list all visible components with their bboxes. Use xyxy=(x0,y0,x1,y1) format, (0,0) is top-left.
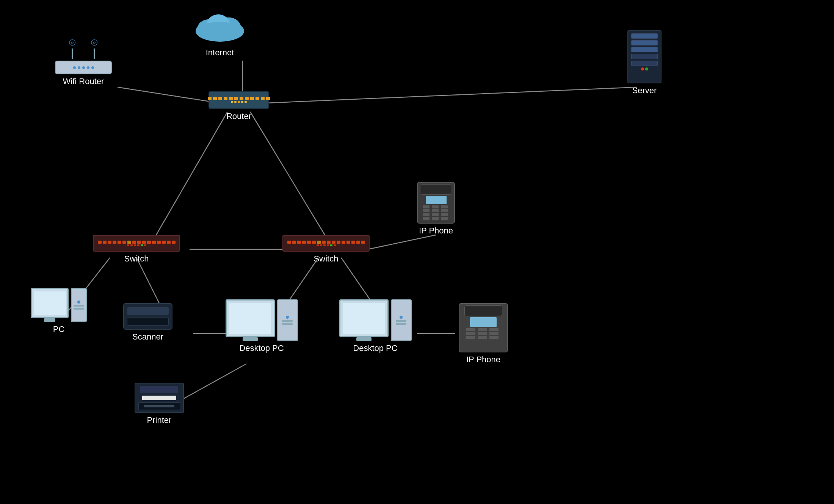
router-node: Router xyxy=(201,91,277,121)
switch1-label: Switch xyxy=(124,254,149,264)
ip-phone1-node: IP Phone xyxy=(402,182,470,236)
wifi-router-device: ⦾ ⦾ xyxy=(55,38,112,74)
pc-label: PC xyxy=(53,324,65,334)
server-label: Server xyxy=(632,86,657,95)
wifi-router-node: ⦾ ⦾ Wifi Router xyxy=(49,38,118,86)
server-device xyxy=(627,30,662,83)
internet-label: Internet xyxy=(206,48,234,58)
switch2-device xyxy=(282,235,370,252)
wifi-wave-icon-2: ⦾ xyxy=(91,38,98,48)
ip-phone2-node: IP Phone xyxy=(447,303,519,365)
server-node: Server xyxy=(614,30,675,95)
cloud-icon xyxy=(190,8,250,45)
pc-tower xyxy=(71,288,87,322)
switch2-label: Switch xyxy=(314,254,339,264)
printer-device xyxy=(135,383,184,413)
scanner-node: Scanner xyxy=(114,303,182,342)
svg-point-18 xyxy=(196,22,244,40)
ip-phone1-label: IP Phone xyxy=(419,226,453,236)
ip-phone2-device xyxy=(459,303,508,352)
switch1-node: Switch xyxy=(83,235,190,264)
wifi-router-label: Wifi Router xyxy=(63,77,104,86)
scanner-device xyxy=(123,303,172,330)
ip-phone1-device xyxy=(417,182,455,224)
pc-device xyxy=(31,288,87,322)
ip-phone2-label: IP Phone xyxy=(466,355,500,365)
desktop-pc2-device xyxy=(339,299,412,341)
router-device xyxy=(208,91,269,109)
network-diagram: Internet Router xyxy=(0,0,834,504)
svg-line-3 xyxy=(148,112,227,249)
switch2-node: Switch xyxy=(273,235,379,264)
desktop-pc1-tower xyxy=(277,299,298,341)
desktop-pc2-node: Desktop PC xyxy=(330,299,421,353)
svg-line-4 xyxy=(250,112,334,249)
pc-monitor xyxy=(31,288,69,318)
wifi-wave-icon: ⦾ xyxy=(69,38,76,48)
internet-node: Internet xyxy=(182,8,258,58)
desktop-pc1-node: Desktop PC xyxy=(216,299,307,353)
printer-node: Printer xyxy=(125,383,193,425)
switch1-device xyxy=(93,235,180,252)
desktop-pc2-label: Desktop PC xyxy=(353,343,397,353)
pc-node: PC xyxy=(21,288,97,334)
svg-line-2 xyxy=(265,87,637,103)
desktop-pc2-monitor xyxy=(339,299,389,337)
wifi-antenna-left: ⦾ xyxy=(69,38,76,59)
desktop-pc1-label: Desktop PC xyxy=(239,343,284,353)
desktop-pc2-tower xyxy=(391,299,412,341)
printer-label: Printer xyxy=(147,415,172,425)
router-label: Router xyxy=(226,111,251,121)
desktop-pc1-monitor xyxy=(226,299,275,337)
wifi-antenna-right: ⦾ xyxy=(91,38,98,59)
scanner-label: Scanner xyxy=(132,332,163,342)
desktop-pc1-device xyxy=(226,299,298,341)
